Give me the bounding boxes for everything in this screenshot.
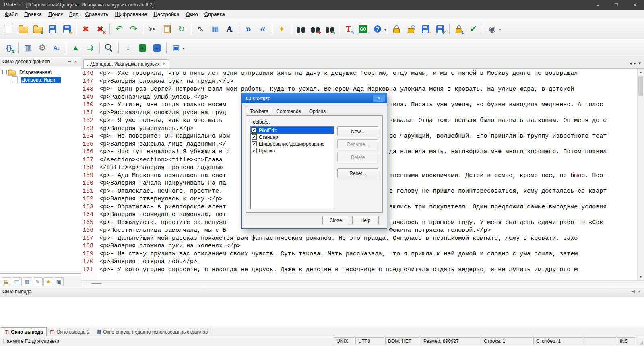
settings-gears-icon[interactable]: ⚙: [35, 41, 50, 55]
replace-icon[interactable]: ↻: [174, 22, 189, 36]
dropdown-arrow-icon[interactable]: ▾: [499, 28, 501, 32]
open-remote-file-icon[interactable]: ⇓: [31, 22, 45, 36]
save-encrypted-icon[interactable]: ▪: [418, 22, 433, 36]
tree-node-folder[interactable]: D:\временная\: [0, 68, 80, 76]
panel-close-icon[interactable]: ×: [72, 59, 79, 64]
lock-icon[interactable]: [389, 22, 404, 36]
checksum-icon[interactable]: ✔: [466, 22, 481, 36]
replace-in-files-icon[interactable]: ✎: [322, 22, 337, 36]
dialog-tab-options[interactable]: Options: [305, 107, 330, 116]
window-options-icon[interactable]: ▣▾: [169, 41, 183, 55]
output-pin-icon[interactable]: ⊤: [630, 288, 636, 295]
menu-search[interactable]: Поиск: [45, 10, 66, 18]
tree-tab-ftp-icon[interactable]: ▥: [23, 277, 32, 286]
browse-find-icon[interactable]: [102, 41, 116, 55]
find-icon[interactable]: [293, 22, 308, 36]
dialog-title-bar[interactable]: Customize ×: [242, 93, 387, 103]
menu-file[interactable]: Файл: [2, 10, 21, 18]
output-close-icon[interactable]: ×: [636, 289, 642, 294]
expand-all-icon[interactable]: +: [135, 41, 150, 55]
save-all-icon[interactable]: ▰: [60, 22, 74, 36]
menu-compare[interactable]: Сравнить: [82, 10, 111, 18]
help-icon[interactable]: ▾: [370, 22, 385, 36]
tree-tab-windows-icon[interactable]: ▣: [54, 277, 64, 286]
tab-scroll-left-icon[interactable]: ◂: [629, 61, 632, 66]
resize-grip-icon[interactable]: ◢: [636, 336, 644, 346]
collapse-all-icon[interactable]: −: [150, 41, 164, 55]
reset-button[interactable]: Reset...: [337, 168, 378, 178]
close-all-files-icon[interactable]: ✖✖: [93, 22, 107, 36]
paste-icon[interactable]: [160, 22, 174, 36]
find-next-icon[interactable]: »: [241, 22, 256, 36]
vertical-scrollbar[interactable]: ▲ ▼: [637, 69, 644, 280]
tab-scroll-right-icon[interactable]: ▸: [634, 61, 636, 66]
dialog-tab-commands[interactable]: Commands: [272, 107, 305, 116]
toolbar-list-item[interactable]: ✔Шифрование/дешифрование: [251, 140, 334, 147]
file-compare-icon[interactable]: ▥: [21, 41, 35, 55]
new-file-icon[interactable]: [2, 22, 16, 36]
goto-icon[interactable]: [356, 22, 370, 36]
open-file-icon[interactable]: [16, 22, 31, 36]
find-in-files-icon[interactable]: ✚: [308, 22, 322, 36]
menu-view[interactable]: Вид: [66, 10, 82, 18]
tree-tab-explorer-icon[interactable]: ◫: [12, 277, 22, 286]
save-verified-icon[interactable]: ✔: [433, 22, 447, 36]
scroll-down-icon[interactable]: ▼: [639, 274, 642, 280]
scroll-up-icon[interactable]: ▲: [639, 69, 642, 76]
menu-window[interactable]: Окно: [182, 10, 201, 18]
tree-expander-icon[interactable]: [2, 70, 7, 74]
checkbox-icon[interactable]: ✔: [252, 134, 257, 140]
minimize-button[interactable]: –: [588, 0, 607, 10]
horizontal-scrollbar[interactable]: [81, 280, 644, 287]
vscroll-thumb[interactable]: [638, 76, 643, 96]
move-top-icon[interactable]: ▲: [68, 41, 83, 55]
tab-close-icon[interactable]: ×: [163, 61, 166, 67]
unlock-icon[interactable]: [404, 22, 418, 36]
dialog-tab-toolbars[interactable]: Toolbars: [246, 107, 272, 116]
sort-az-icon[interactable]: A↓: [50, 41, 64, 55]
new-button[interactable]: New...: [337, 126, 378, 136]
toolbar-list-item[interactable]: ✔Правка: [251, 147, 334, 154]
dialog-close-icon[interactable]: ×: [373, 95, 385, 102]
menu-settings[interactable]: Настройка: [150, 10, 182, 18]
tree-tab-edit-icon[interactable]: ✎: [33, 277, 43, 286]
editor-tab[interactable]: ...\Донцова. Иванушка на курьих ×: [83, 59, 169, 68]
close-file-icon[interactable]: ✖: [78, 22, 93, 36]
select-mode-icon[interactable]: ⇖: [193, 22, 208, 36]
maximize-button[interactable]: ☐: [607, 0, 625, 10]
menu-help[interactable]: Справка: [201, 10, 228, 18]
undo-icon[interactable]: ↶: [112, 22, 126, 36]
highlight-text-icon[interactable]: T✎: [341, 22, 356, 36]
save-icon[interactable]: [45, 22, 60, 36]
checkbox-icon[interactable]: ✔: [252, 141, 257, 146]
menu-edit[interactable]: Правка: [21, 10, 45, 18]
goto-line-icon[interactable]: ⇉: [83, 41, 97, 55]
tree-tab-favorites-icon[interactable]: ★: [43, 277, 53, 286]
dropdown-arrow-icon[interactable]: ▾: [183, 47, 184, 51]
toolbars-listbox[interactable]: ✔PilotEdit✔Стандарт✔Шифрование/дешифрова…: [250, 126, 334, 209]
checkbox-icon[interactable]: ✔: [252, 148, 257, 153]
font-icon[interactable]: A: [222, 22, 237, 36]
dropdown-arrow-icon[interactable]: ▾: [384, 28, 386, 32]
pin-icon[interactable]: ⊤: [67, 58, 72, 65]
sidebar-splitter[interactable]: [0, 273, 80, 275]
toolbar-list-item[interactable]: ✔PilotEdit: [251, 127, 334, 134]
output-tab-2[interactable]: ◫Окно вывода 2: [47, 327, 93, 336]
backup-icon[interactable]: ◉▾: [485, 22, 500, 36]
alert-bell-icon[interactable]: ✦: [275, 22, 289, 36]
checkbox-icon[interactable]: ✔: [252, 128, 257, 133]
hscroll-thumb[interactable]: [91, 283, 102, 284]
close-button[interactable]: ✕: [625, 0, 644, 10]
output-tab-1[interactable]: ◫Окно вывода: [1, 327, 47, 336]
tab-menu-icon[interactable]: ▾: [638, 61, 641, 66]
help-button[interactable]: Help: [352, 216, 379, 225]
column-mode-icon[interactable]: ▦: [208, 22, 222, 36]
encrypt-decrypt-icon[interactable]: ↻: [452, 22, 466, 36]
cut-icon[interactable]: ✂: [145, 22, 160, 36]
recent-files-tab[interactable]: ▤Окно списка недавно использованных файл…: [93, 327, 211, 336]
tree-node-file[interactable]: Донцова. Иван: [0, 76, 80, 84]
find-prev-icon[interactable]: «: [256, 22, 270, 36]
script-sort-icon[interactable]: {}⇅: [2, 41, 16, 55]
close-button[interactable]: Close: [322, 216, 349, 225]
tree-tab-files-icon[interactable]: ▤: [2, 277, 11, 286]
